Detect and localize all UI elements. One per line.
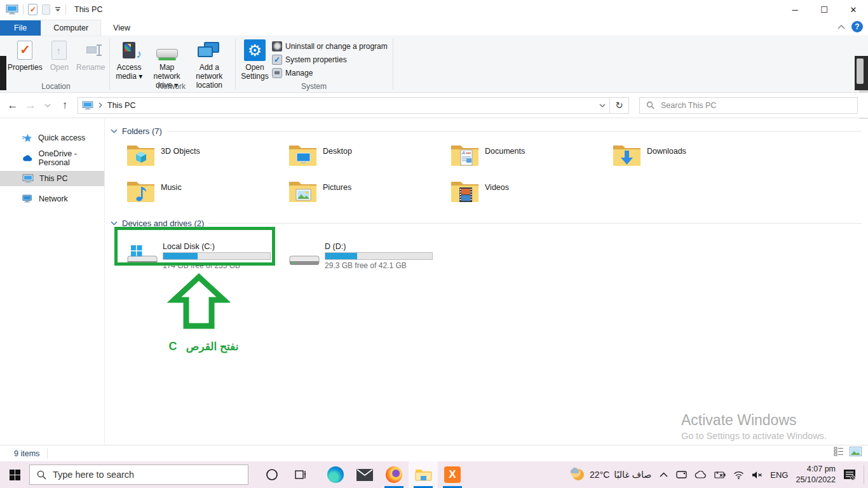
taskbar-search-input[interactable]: Type here to search <box>29 464 248 485</box>
divider <box>393 39 393 90</box>
rename-icon <box>81 39 100 62</box>
open-button[interactable]: ↑ Open <box>46 36 72 72</box>
taskbar-xampp-button[interactable]: X <box>438 461 467 488</box>
open-settings-button[interactable]: ⚙ Open Settings <box>238 36 272 81</box>
manage-button[interactable]: Manage <box>272 66 388 79</box>
taskbar-firefox-button[interactable] <box>379 461 409 488</box>
taskbar-edge-button[interactable] <box>321 461 350 488</box>
ribbon-tab-row: File Computer View <box>0 19 868 36</box>
ribbon-group-system: ⚙ Open Settings Uninstall or change a pr… <box>238 36 390 92</box>
system-properties-button[interactable]: System properties <box>272 53 388 66</box>
this-pc-icon <box>6 4 18 15</box>
action-center-icon[interactable] <box>843 469 856 481</box>
section-folders[interactable]: Folders (7) <box>111 126 862 136</box>
refresh-button[interactable]: ↻ <box>610 97 629 114</box>
uninstall-program-button[interactable]: Uninstall or change a program <box>272 39 388 53</box>
up-button[interactable]: ↑ <box>56 99 74 112</box>
folder-downloads-icon <box>612 142 642 167</box>
sidebar-item-onedrive[interactable]: OneDrive - Personal <box>0 151 104 166</box>
drive-usage-bar <box>325 252 433 260</box>
network-icon <box>22 194 33 203</box>
drive-name: D (D:) <box>325 242 433 251</box>
tab-computer[interactable]: Computer <box>41 20 101 36</box>
folder-tile-videos[interactable]: Videos <box>450 176 612 212</box>
open-icon: ↑ <box>51 39 67 62</box>
system-properties-icon <box>272 55 282 65</box>
rename-button[interactable]: Rename <box>72 36 109 72</box>
breadcrumb[interactable]: This PC <box>107 101 135 110</box>
task-view-button[interactable] <box>287 461 316 488</box>
drive-d-icon <box>288 242 321 270</box>
section-collapse-chevron-icon[interactable] <box>111 221 118 226</box>
scrollbar-thumb[interactable] <box>857 58 864 84</box>
ribbon: ✓ Properties ↑ Open Rename Location ♪ <box>0 36 868 93</box>
folder-tile-pictures[interactable]: Pictures <box>288 176 450 212</box>
properties-icon: ✓ <box>17 39 32 62</box>
tab-view[interactable]: View <box>101 20 142 36</box>
folder-tile-3d-objects[interactable]: 3D Objects <box>126 140 288 176</box>
taskbar-mail-button[interactable] <box>350 461 379 488</box>
show-desktop-button[interactable] <box>864 465 864 484</box>
navigation-bar: ← → ↑ This PC ↻ Search This PC <box>0 93 868 118</box>
folder-tile-downloads[interactable]: Downloads <box>612 140 774 176</box>
maximize-button[interactable]: ☐ <box>810 0 839 19</box>
help-button[interactable]: ? <box>851 21 863 32</box>
section-collapse-chevron-icon[interactable] <box>111 129 118 133</box>
wifi-icon[interactable] <box>733 471 744 479</box>
folder-tile-desktop[interactable]: Desktop <box>288 140 450 176</box>
onedrive-cloud-icon <box>22 154 32 162</box>
folder-tile-documents[interactable]: A Documents <box>450 140 612 176</box>
properties-button[interactable]: ✓ Properties <box>4 36 46 72</box>
volume-muted-icon[interactable] <box>752 471 763 479</box>
close-button[interactable]: ✕ <box>839 0 868 19</box>
battery-icon[interactable] <box>714 471 726 479</box>
language-indicator[interactable]: ENG <box>770 470 788 480</box>
collapse-ribbon-icon[interactable] <box>837 25 845 29</box>
search-icon <box>37 470 46 480</box>
forward-button[interactable]: → <box>22 99 39 112</box>
taskbar-file-explorer-button[interactable] <box>409 461 438 488</box>
minimize-button[interactable]: ─ <box>780 0 810 19</box>
qat-properties-icon[interactable]: ✓ <box>28 4 37 15</box>
address-dropdown-chevron-icon[interactable] <box>599 104 606 107</box>
drive-tile-d[interactable]: D (D:) 29.3 GB free of 42.1 GB <box>288 233 450 270</box>
ribbon-group-location: ✓ Properties ↑ Open Rename Location <box>4 36 108 92</box>
start-button[interactable] <box>0 461 29 488</box>
group-label-system: System <box>238 82 390 91</box>
taskbar-weather-widget[interactable]: 22°C صاف غالبًا <box>570 468 651 482</box>
folder-desktop-icon <box>288 142 318 167</box>
back-button[interactable]: ← <box>4 99 22 112</box>
qat-customize-chevron-icon[interactable] <box>55 7 61 12</box>
qat-newfolder-icon[interactable] <box>42 4 50 15</box>
folder-3d-objects-icon <box>126 142 156 167</box>
search-icon <box>646 101 654 109</box>
sidebar-item-quick-access[interactable]: Quick access <box>0 130 104 146</box>
thumbnail-view-button[interactable] <box>850 447 862 456</box>
this-pc-icon <box>22 174 34 183</box>
sidebar-item-this-pc[interactable]: This PC <box>0 171 104 186</box>
window-title: This PC <box>74 5 102 14</box>
manage-icon <box>272 68 282 78</box>
details-view-button[interactable] <box>834 447 844 456</box>
mail-icon <box>356 469 373 481</box>
divider <box>166 131 862 132</box>
status-bar: 9 items <box>0 445 868 461</box>
ribbon-group-network: ♪ Access media ▾ Map network drive ▾ Add… <box>111 36 233 92</box>
tray-overflow-chevron-icon[interactable] <box>660 472 668 477</box>
onedrive-tray-icon[interactable] <box>695 471 707 478</box>
tab-file[interactable]: File <box>0 20 41 36</box>
folder-tile-music[interactable]: Music <box>126 176 288 212</box>
address-bar[interactable]: This PC <box>78 97 610 114</box>
search-input[interactable]: Search This PC <box>639 97 858 114</box>
sidebar-item-network[interactable]: Network <box>0 191 104 207</box>
desktop-screen: ✓ This PC ─ ☐ ✕ File Computer View ? ✓ <box>0 0 868 488</box>
annotation-highlight-box <box>114 227 275 266</box>
cortana-button[interactable] <box>257 461 287 488</box>
clock[interactable]: 4:07 pm 25/10/2022 <box>796 464 836 485</box>
quick-access-star-icon <box>22 133 32 143</box>
search-placeholder: Search This PC <box>661 101 716 110</box>
window-titlebar: ✓ This PC ─ ☐ ✕ <box>0 0 868 19</box>
recent-locations-chevron-icon[interactable] <box>44 104 51 107</box>
weather-temp: 22°C <box>590 470 609 480</box>
wireless-display-icon[interactable] <box>676 470 687 479</box>
